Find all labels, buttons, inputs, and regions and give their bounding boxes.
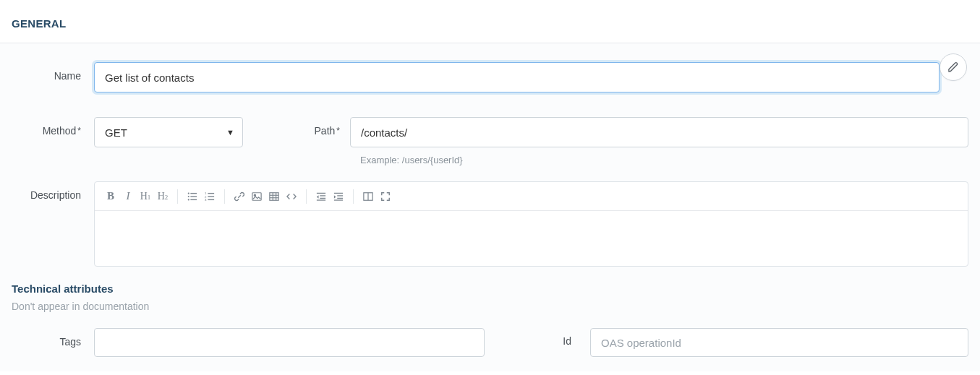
indent-button[interactable] [330, 186, 347, 207]
link-button[interactable] [231, 186, 248, 207]
expand-icon [380, 191, 391, 202]
svg-text:3: 3 [205, 198, 207, 202]
description-editor: B I H1 H2 123 [94, 181, 968, 267]
svg-rect-12 [252, 192, 261, 200]
path-input[interactable] [350, 117, 968, 147]
outdent-icon [316, 191, 326, 202]
fullscreen-button[interactable] [377, 186, 394, 207]
section-header: GENERAL [0, 0, 980, 43]
editor-toolbar: B I H1 H2 123 [95, 182, 968, 211]
general-panel: Name Method GET ▼ Path Example: /users/{… [0, 43, 980, 371]
technical-title: Technical attributes [12, 283, 968, 295]
code-icon [286, 191, 297, 202]
svg-rect-7 [208, 192, 214, 193]
description-label: Description [12, 181, 94, 201]
svg-rect-5 [190, 199, 197, 199]
svg-rect-1 [190, 192, 197, 193]
toolbar-separator [353, 189, 354, 204]
row-name: Name [12, 62, 968, 92]
unordered-list-button[interactable] [184, 186, 201, 207]
italic-button[interactable]: I [119, 186, 137, 207]
section-title: GENERAL [12, 17, 968, 30]
tags-label: Tags [12, 328, 94, 348]
svg-rect-11 [208, 199, 214, 199]
row-method-path: Method GET ▼ Path Example: /users/{userI… [12, 117, 968, 165]
id-label: Id [485, 328, 590, 347]
svg-point-13 [254, 194, 255, 196]
image-icon [252, 191, 262, 202]
code-button[interactable] [283, 186, 300, 207]
name-label: Name [12, 62, 94, 82]
indent-icon [333, 191, 344, 202]
list-ul-icon [187, 191, 197, 202]
svg-rect-19 [317, 192, 325, 193]
row-description: Description B I H1 H2 123 [12, 181, 968, 267]
toolbar-separator [177, 189, 178, 204]
svg-rect-25 [337, 197, 343, 198]
svg-rect-3 [190, 196, 197, 197]
svg-rect-14 [270, 192, 278, 200]
svg-rect-22 [317, 199, 325, 200]
link-icon [234, 191, 244, 202]
id-input[interactable] [590, 328, 968, 357]
h2-button[interactable]: H2 [154, 186, 171, 207]
image-button[interactable] [248, 186, 265, 207]
tags-input[interactable] [94, 328, 485, 357]
list-ol-icon: 123 [205, 191, 215, 202]
outdent-button[interactable] [312, 186, 330, 207]
svg-rect-24 [337, 195, 343, 196]
table-icon [269, 191, 279, 202]
svg-rect-20 [320, 195, 325, 196]
path-hint: Example: /users/{userId} [350, 155, 968, 165]
edit-button[interactable] [939, 53, 967, 81]
svg-rect-26 [334, 199, 343, 200]
svg-point-4 [188, 199, 189, 200]
pencil-icon [947, 61, 959, 73]
method-label: Method [12, 117, 94, 137]
svg-rect-21 [320, 197, 325, 198]
svg-rect-23 [334, 192, 343, 193]
split-view-button[interactable] [359, 186, 377, 207]
ordered-list-button[interactable]: 123 [201, 186, 218, 207]
svg-point-2 [188, 195, 189, 197]
columns-icon [363, 191, 373, 202]
h1-button[interactable]: H1 [137, 186, 154, 207]
toolbar-separator [224, 189, 225, 204]
bold-button[interactable]: B [102, 186, 119, 207]
description-textarea[interactable] [95, 211, 968, 266]
svg-point-0 [188, 192, 189, 194]
technical-section: Technical attributes Don't appear in doc… [12, 283, 968, 357]
svg-rect-9 [208, 196, 214, 197]
path-label: Path [243, 117, 350, 137]
toolbar-separator [306, 189, 307, 204]
method-select[interactable]: GET [94, 117, 243, 147]
name-input[interactable] [94, 62, 939, 92]
technical-subtitle: Don't appear in documentation [12, 301, 968, 312]
table-button[interactable] [265, 186, 283, 207]
